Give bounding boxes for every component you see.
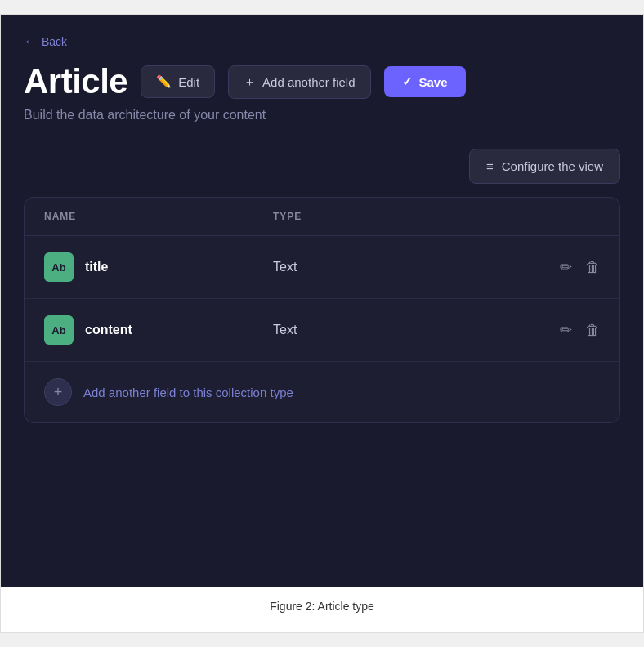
field-type-title: Text	[273, 260, 502, 274]
back-arrow-icon: ←	[24, 34, 37, 49]
add-field-circle-icon[interactable]: +	[44, 378, 72, 406]
field-name-content: content	[85, 323, 132, 337]
main-content: ← Back Article ✏️ Edit ＋ Add another fie…	[1, 15, 643, 587]
add-field-label: Add another field	[262, 75, 355, 89]
table-row: Ab title Text ✏ 🗑	[25, 236, 619, 299]
edit-button[interactable]: ✏️ Edit	[141, 65, 215, 98]
field-icon-content: Ab	[44, 315, 74, 345]
add-field-inline-row[interactable]: + Add another field to this collection t…	[25, 362, 619, 422]
save-label: Save	[419, 75, 448, 89]
configure-view-button[interactable]: ≡ Configure the view	[469, 149, 620, 184]
edit-label: Edit	[178, 75, 199, 89]
field-actions-content: ✏ 🗑	[502, 321, 600, 339]
field-icon-title: Ab	[44, 252, 74, 282]
edit-icon: ✏️	[156, 74, 172, 89]
lines-icon: ≡	[486, 159, 494, 173]
edit-row-icon[interactable]: ✏	[560, 321, 572, 339]
back-link[interactable]: ← Back	[24, 34, 67, 49]
figure-caption: Figure 2: Article type	[1, 587, 643, 616]
configure-view-label: Configure the view	[502, 159, 603, 173]
header-row: Article ✏️ Edit ＋ Add another field ✓ Sa…	[24, 62, 620, 101]
table-row: Ab content Text ✏ 🗑	[25, 299, 619, 362]
field-actions-title: ✏ 🗑	[502, 258, 600, 276]
save-button[interactable]: ✓ Save	[384, 66, 466, 97]
delete-row-icon[interactable]: 🗑	[585, 322, 600, 339]
field-name-cell: Ab content	[44, 315, 273, 345]
delete-row-icon[interactable]: 🗑	[585, 259, 600, 276]
col-header-name: NAME	[44, 211, 273, 222]
edit-row-icon[interactable]: ✏	[560, 258, 572, 276]
col-header-type: TYPE	[273, 211, 502, 222]
back-label: Back	[42, 35, 67, 48]
field-name-cell: Ab title	[44, 252, 273, 282]
subtitle: Build the data architecture of your cont…	[24, 108, 620, 123]
add-field-button[interactable]: ＋ Add another field	[228, 65, 370, 99]
table-header: NAME TYPE	[25, 198, 619, 236]
plus-icon: ＋	[244, 74, 256, 90]
add-field-inline-label[interactable]: Add another field to this collection typ…	[83, 386, 293, 399]
page-title: Article	[24, 62, 127, 101]
check-icon: ✓	[402, 74, 413, 89]
field-type-content: Text	[273, 323, 502, 337]
screenshot-wrapper: ← Back Article ✏️ Edit ＋ Add another fie…	[0, 14, 644, 633]
field-name-title: title	[85, 260, 108, 274]
table-container: NAME TYPE Ab title Text ✏ 🗑 Ab	[24, 197, 620, 423]
